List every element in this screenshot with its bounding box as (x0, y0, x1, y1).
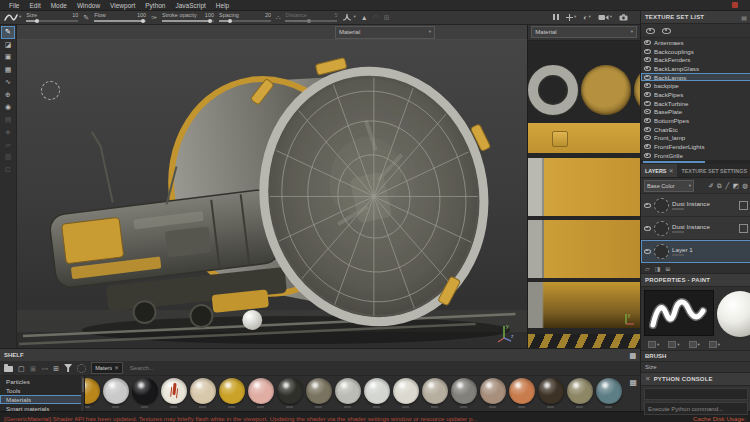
material-preview-sphere[interactable] (717, 291, 750, 337)
menu-window[interactable]: Window (72, 2, 105, 9)
size-slider[interactable]: Size10 (26, 13, 78, 22)
visibility-icon[interactable] (644, 135, 651, 140)
material-swatch[interactable] (85, 378, 100, 404)
slider-track[interactable] (26, 20, 78, 22)
transform-gizmo-button[interactable]: ▾ (566, 14, 576, 21)
scrollbar[interactable] (641, 160, 750, 164)
texture-set-item[interactable]: BackLampGlass (641, 64, 750, 73)
layer-row[interactable]: Dust Instance (641, 194, 750, 217)
visibility-icon[interactable] (644, 144, 651, 149)
stroke-opacity-slider[interactable]: Stroke opacity100 (162, 13, 214, 22)
layer-row[interactable]: Layer 1 (641, 240, 750, 263)
eraser-tool[interactable]: ◪ (2, 39, 14, 50)
texture-set-item[interactable]: Antennaes (641, 38, 750, 47)
material-swatch[interactable] (567, 378, 593, 404)
add-folder-icon[interactable]: ▱ (645, 265, 650, 272)
slider-track[interactable] (94, 20, 146, 22)
material-swatch[interactable] (132, 378, 158, 404)
material-swatch[interactable] (306, 378, 332, 404)
slider-track[interactable] (285, 20, 337, 22)
brush-option-icon[interactable]: ▾ (668, 341, 679, 348)
brush-line-icon[interactable]: ╱ (725, 182, 729, 190)
layer-row[interactable]: Dust Instance (641, 217, 750, 240)
texture-set-item[interactable]: BackLamps (641, 73, 750, 82)
material-swatch[interactable] (190, 378, 216, 404)
texture-set-item[interactable]: ChairEtc (641, 125, 750, 134)
import-resources-icon[interactable]: ⊞ (53, 364, 59, 373)
texture-set-item[interactable]: Backcouplings (641, 47, 750, 56)
menu-mode[interactable]: Mode (46, 2, 72, 9)
airbrush-icon[interactable]: ✑ (151, 13, 157, 22)
category-smart-materials[interactable]: Smart materials (0, 404, 84, 411)
material-swatch[interactable] (103, 378, 129, 404)
category-particles[interactable]: Particles (0, 377, 84, 386)
tab-texture-set-settings[interactable]: TEXTURE SET SETTINGS (677, 164, 750, 177)
grid-snap-icon[interactable]: ⊞ (384, 13, 390, 22)
category-materials[interactable]: Materials (0, 395, 84, 404)
layer-mask-icon[interactable] (739, 201, 748, 210)
paint-tool[interactable]: ✎ (2, 27, 14, 38)
visibility-icon[interactable] (644, 83, 651, 88)
layer-thumbnail[interactable] (654, 244, 669, 259)
material-swatch[interactable] (393, 378, 419, 404)
pause-engine-icon[interactable] (553, 14, 559, 20)
python-command-input[interactable] (644, 402, 748, 415)
decal-tool[interactable]: ▱ (2, 139, 14, 150)
texture-set-item[interactable]: Front_lamp (641, 134, 750, 143)
scrollbar[interactable] (81, 376, 84, 411)
fill-bucket-icon[interactable]: ◩ (733, 182, 739, 190)
visibility-icon[interactable] (644, 49, 651, 54)
slider-handle[interactable] (307, 19, 311, 23)
material-swatch[interactable] (335, 378, 361, 404)
visibility-icon[interactable] (644, 249, 651, 254)
material-swatch[interactable] (422, 378, 448, 404)
material-swatch[interactable] (248, 378, 274, 404)
material-swatch[interactable] (161, 378, 187, 404)
cache-disk-usage-label[interactable]: Cache Disk Usage: (693, 415, 746, 422)
python-console-output[interactable] (644, 388, 748, 400)
texture-set-item[interactable]: BottomPipes (641, 116, 750, 125)
menu-help[interactable]: Help (211, 2, 234, 9)
texture-set-item[interactable]: BackPipes (641, 90, 750, 99)
texture-set-item[interactable]: FrontGrille (641, 151, 750, 160)
texture-set-item[interactable]: BackFenders (641, 55, 750, 64)
material-swatch[interactable] (364, 378, 390, 404)
visibility-icon[interactable] (644, 66, 651, 71)
panel-menu-icon[interactable]: ▤ (741, 14, 747, 21)
texture-set-item[interactable]: BasePlate (641, 108, 750, 117)
material-swatch[interactable] (538, 378, 564, 404)
panel-menu-icon[interactable]: ▤ (629, 351, 636, 360)
spacing-slider[interactable]: Spacing20 (219, 13, 271, 22)
geometry-mask-tool[interactable]: ▤ (2, 114, 14, 125)
2d-uv-view[interactable]: Material ▾ (527, 25, 640, 348)
effects-icon[interactable]: ◍ (742, 182, 748, 190)
clone-tool[interactable]: ⊕ (2, 89, 14, 100)
material-swatch[interactable] (480, 378, 506, 404)
material-swatch[interactable] (451, 378, 477, 404)
visibility-icon[interactable] (644, 153, 651, 158)
visibility-icon[interactable] (644, 226, 651, 231)
slider-handle[interactable] (208, 19, 212, 23)
polygon-fill-tool[interactable]: ▦ (2, 64, 14, 75)
uv-display-mode-dropdown[interactable]: Material ▾ (531, 26, 637, 38)
visibility-icon[interactable] (644, 101, 651, 106)
filter-chip[interactable]: Material ✕ (91, 362, 123, 374)
menu-python[interactable]: Python (140, 2, 170, 9)
menu-edit[interactable]: Edit (24, 2, 45, 9)
slider-handle[interactable] (228, 19, 232, 23)
material-swatch[interactable] (509, 378, 535, 404)
layer-thumbnail[interactable] (654, 221, 669, 236)
smudge-tool[interactable]: ∿ (2, 77, 14, 88)
texture-set-item[interactable]: BackTurbine (641, 99, 750, 108)
tab-layers[interactable]: LAYERS✕ (641, 164, 677, 177)
visibility-icon[interactable] (644, 57, 651, 62)
viewport-display-mode-dropdown[interactable]: Material ▾ (335, 26, 435, 39)
visibility-icon[interactable] (644, 92, 651, 97)
grid-view-icon[interactable]: ▦ (629, 379, 637, 387)
brush-option-icon[interactable]: ▾ (689, 341, 700, 348)
material-swatch[interactable] (596, 378, 622, 404)
snapshot-camera-icon[interactable] (619, 14, 628, 21)
uv-canvas[interactable]: y (528, 41, 640, 348)
slider-handle[interactable] (141, 19, 145, 23)
show-all-icon[interactable] (646, 28, 655, 34)
